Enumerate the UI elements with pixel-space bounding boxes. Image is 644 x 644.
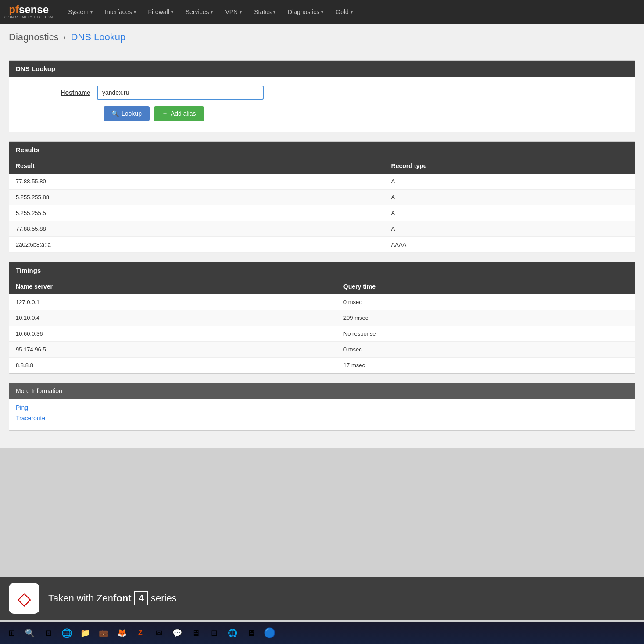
result-ip: 77.88.55.88 xyxy=(9,221,385,237)
dns-lookup-panel: DNS Lookup Hostname 🔍 Lookup ＋ Add alias xyxy=(9,60,635,132)
timings-heading: Timings xyxy=(9,262,635,279)
watermark-number: 4 xyxy=(134,591,148,605)
watermark-text-bold: font xyxy=(113,593,132,604)
nav-services[interactable]: Services ▾ xyxy=(179,0,219,24)
nameserver-cell: 8.8.8.8 xyxy=(9,358,337,373)
pfsense-logo: pfsense COMMUNITY EDITION xyxy=(4,4,53,19)
taskbar-zabbix-icon[interactable]: Z xyxy=(132,625,148,641)
ping-link[interactable]: Ping xyxy=(16,404,628,411)
nav-vpn[interactable]: VPN ▾ xyxy=(219,0,248,24)
taskbar-store-icon[interactable]: 💼 xyxy=(96,625,111,641)
table-row: 77.88.55.80 A xyxy=(9,174,635,190)
nav-diagnostics[interactable]: Diagnostics ▾ xyxy=(282,0,329,24)
table-row: 127.0.0.1 0 msec xyxy=(9,294,635,310)
breadcrumb-current: DNS Lookup xyxy=(71,32,125,43)
result-ip: 5.255.255.88 xyxy=(9,190,385,205)
logo-main: pfsense xyxy=(9,4,49,15)
taskbar-taskview-icon[interactable]: ⊡ xyxy=(40,625,56,641)
dns-lookup-heading: DNS Lookup xyxy=(9,61,635,77)
col-record-type-header: Record type xyxy=(385,158,635,174)
result-ip: 5.255.255.5 xyxy=(9,205,385,221)
table-row: 77.88.55.88 A xyxy=(9,221,635,237)
results-heading: Results xyxy=(9,142,635,158)
chevron-down-icon: ▾ xyxy=(211,10,213,14)
chevron-down-icon: ▾ xyxy=(171,10,173,14)
traceroute-link[interactable]: Traceroute xyxy=(16,415,628,422)
query-time-cell: 209 msec xyxy=(337,310,635,326)
taskbar-monitor-icon[interactable]: 🖥 xyxy=(243,625,259,641)
breadcrumb-separator: / xyxy=(64,35,66,42)
taskbar-explorer-icon[interactable]: 📁 xyxy=(77,625,93,641)
results-table-header: Result Record type xyxy=(9,158,635,174)
search-icon: 🔍 xyxy=(111,110,119,117)
query-time-cell: 17 msec xyxy=(337,358,635,373)
table-row: 10.10.0.4 209 msec xyxy=(9,310,635,326)
navbar: pfsense COMMUNITY EDITION System ▾ Inter… xyxy=(0,0,644,24)
query-time-cell: No response xyxy=(337,326,635,342)
timings-table-header: Name server Query time xyxy=(9,279,635,294)
chevron-down-icon: ▾ xyxy=(351,10,353,14)
timings-panel: Timings Name server Query time 127.0.0.1… xyxy=(9,262,635,374)
taskbar-mail-icon[interactable]: ✉ xyxy=(151,625,167,641)
dns-lookup-body: Hostname 🔍 Lookup ＋ Add alias xyxy=(9,77,635,132)
nav-gold[interactable]: Gold ▾ xyxy=(329,0,359,24)
table-row: 5.255.255.5 A xyxy=(9,205,635,221)
nameserver-cell: 10.10.0.4 xyxy=(9,310,337,326)
col-query-time-header: Query time xyxy=(337,279,635,294)
nav-status[interactable]: Status ▾ xyxy=(248,0,282,24)
taskbar-search-icon[interactable]: 🔍 xyxy=(22,625,38,641)
table-row: 5.255.255.88 A xyxy=(9,190,635,205)
query-time-cell: 0 msec xyxy=(337,294,635,310)
taskbar-app-icon[interactable]: ⊟ xyxy=(206,625,222,641)
nameserver-cell: 10.60.0.36 xyxy=(9,326,337,342)
hostname-input[interactable] xyxy=(97,86,264,100)
result-ip: 77.88.55.80 xyxy=(9,174,385,190)
taskbar: ⊞ 🔍 ⊡ 🌐 📁 💼 🦊 Z ✉ 💬 🖥 ⊟ 🌐 🖥 🔵 xyxy=(0,622,644,644)
watermark-logo: ◇ xyxy=(9,583,39,614)
record-type: A xyxy=(385,205,635,221)
table-row: 10.60.0.36 No response xyxy=(9,326,635,342)
logo-edition: COMMUNITY EDITION xyxy=(4,15,53,19)
record-type: A xyxy=(385,190,635,205)
col-result-header: Result xyxy=(9,158,385,174)
taskbar-chrome-icon[interactable]: 🌐 xyxy=(225,625,240,641)
watermark-text: Taken with Zenfont 4 series xyxy=(48,593,177,604)
diamond-icon: ◇ xyxy=(18,588,31,608)
taskbar-blue-icon[interactable]: 🔵 xyxy=(261,625,277,641)
hostname-row: Hostname xyxy=(18,86,626,100)
add-alias-button[interactable]: ＋ Add alias xyxy=(154,106,204,121)
lookup-button[interactable]: 🔍 Lookup xyxy=(104,106,150,121)
taskbar-edge-icon[interactable]: 🌐 xyxy=(59,625,75,641)
record-type: A xyxy=(385,221,635,237)
chevron-down-icon: ▾ xyxy=(90,10,93,14)
nav-system[interactable]: System ▾ xyxy=(62,0,99,24)
taskbar-rdp-icon[interactable]: 🖥 xyxy=(188,625,204,641)
result-ip: 2a02:6b8:a::a xyxy=(9,237,385,253)
record-type: AAAA xyxy=(385,237,635,253)
watermark: ◇ Taken with Zenfont 4 series xyxy=(0,577,644,620)
form-buttons: 🔍 Lookup ＋ Add alias xyxy=(104,106,626,121)
results-panel: Results Result Record type 77.88.55.80 A… xyxy=(9,141,635,253)
taskbar-skype-icon[interactable]: 💬 xyxy=(169,625,185,641)
nameserver-cell: 127.0.0.1 xyxy=(9,294,337,310)
col-nameserver-header: Name server xyxy=(9,279,337,294)
chevron-down-icon: ▾ xyxy=(134,10,136,14)
timings-table: Name server Query time 127.0.0.1 0 msec1… xyxy=(9,279,635,373)
query-time-cell: 0 msec xyxy=(337,342,635,358)
nav-interfaces[interactable]: Interfaces ▾ xyxy=(99,0,142,24)
nav-firewall[interactable]: Firewall ▾ xyxy=(142,0,179,24)
taskbar-firefox-icon[interactable]: 🦊 xyxy=(114,625,130,641)
table-row: 95.174.96.5 0 msec xyxy=(9,342,635,358)
taskbar-windows-icon[interactable]: ⊞ xyxy=(4,625,19,641)
more-info-heading: More Information xyxy=(9,383,635,399)
chevron-down-icon: ▾ xyxy=(273,10,275,14)
breadcrumb-parent: Diagnostics xyxy=(9,32,59,43)
table-row: 2a02:6b8:a::a AAAA xyxy=(9,237,635,253)
chevron-down-icon: ▾ xyxy=(240,10,242,14)
results-table: Result Record type 77.88.55.80 A5.255.25… xyxy=(9,158,635,253)
watermark-text-before: Taken with Zen xyxy=(48,593,113,604)
plus-icon: ＋ xyxy=(162,110,168,118)
more-info-panel: More Information Ping Traceroute xyxy=(9,383,635,431)
watermark-text-after: series xyxy=(151,593,177,604)
table-row: 8.8.8.8 17 msec xyxy=(9,358,635,373)
